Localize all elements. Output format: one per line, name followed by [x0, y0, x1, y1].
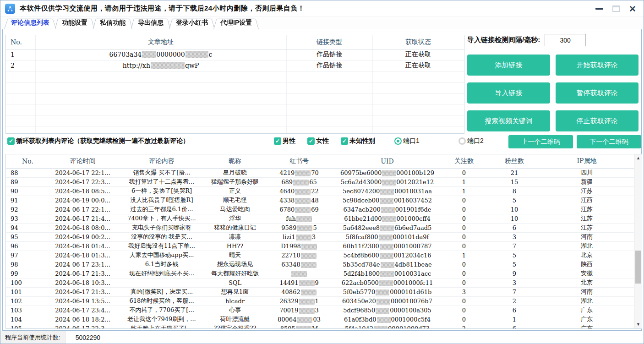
comment-fans-cell: 1: [489, 315, 540, 324]
action-button-暂停获取评论[interactable]: 暂停获取评论: [556, 82, 639, 104]
interval-input[interactable]: [545, 34, 586, 46]
comment-table-row[interactable]: 1032024-06-17 23:4...不内耗了，7706买了[...心事70…: [6, 306, 634, 315]
comment-table-row[interactable]: 892024-06-17 22:3...我打算过了十二点再看...猛端瘸子那条好…: [6, 177, 634, 186]
comment-redbook-id-cell: 678069: [262, 205, 336, 214]
comment-column-header[interactable]: 红书号: [262, 154, 336, 168]
link-no-cell: 2: [6, 60, 35, 71]
censored-mosaic: [295, 198, 311, 204]
censored-mosaic: [380, 253, 393, 259]
comment-column-header[interactable]: 粉丝数: [489, 154, 540, 168]
tab-导出信息[interactable]: 导出信息: [131, 17, 170, 29]
censored-mosaic: [380, 189, 394, 195]
loop-comments-checkbox[interactable]: ✓: [7, 137, 15, 145]
gender-checkbox[interactable]: ✓: [341, 137, 348, 145]
comment-table-row[interactable]: 1042024-06-18 18:2...老让我这个7949刷到，...荷叶漂流…: [6, 315, 634, 324]
comment-ip-cell: 江苏: [540, 186, 634, 196]
qr-button-下一个二维码[interactable]: 下一个二维码: [577, 135, 641, 148]
comment-redbook-id-cell: 144919: [262, 278, 336, 287]
action-button-添加链接[interactable]: 添加链接: [467, 55, 550, 76]
comment-follows-cell: 3: [439, 287, 489, 296]
comment-column-header[interactable]: No.: [6, 154, 49, 168]
minimize-button[interactable]: [595, 8, 603, 10]
comment-redbook-id-cell: lizi13: [262, 232, 336, 241]
comment-uid-cell: 5c4bf8b6000012034c16: [336, 251, 439, 260]
action-button-搜索视频关键词[interactable]: 搜索视频关键词: [467, 110, 550, 131]
link-column-header[interactable]: 获取状态: [372, 35, 464, 49]
tab-评论信息列表[interactable]: 评论信息列表: [4, 17, 56, 29]
comment-table-row[interactable]: 982024-06-17 23:1...6.1当时多钱想永远现场见633485b…: [6, 260, 634, 269]
comment-table-row[interactable]: 972024-06-18 01:3...大家去中国移动app买...晴天2271…: [6, 251, 634, 260]
comment-nick-cell: 星月破晓: [207, 168, 262, 177]
comment-table-row[interactable]: 932024-06-17 21:4...7400拿下，有人手快买...浮华fuh…: [6, 214, 634, 223]
port-radio[interactable]: [394, 137, 402, 145]
vertical-scrollbar[interactable]: ▲ ▼: [634, 154, 642, 328]
comment-column-header[interactable]: 评论时间: [49, 154, 116, 168]
scrollbar-thumb[interactable]: [635, 251, 641, 284]
gender-checkbox[interactable]: ✓: [274, 137, 281, 145]
link-column-header[interactable]: 文章地址: [35, 35, 286, 49]
comment-nick-cell: 心事: [207, 306, 262, 315]
action-button-停止获取评论[interactable]: 停止获取评论: [556, 110, 639, 131]
comment-uid-cell: 5dcf968500000100a305: [336, 306, 439, 315]
gender-option: ✓女性: [307, 137, 329, 145]
comment-column-header[interactable]: IP属地: [540, 154, 634, 168]
comment-redbook-id-cell: 8006403: [262, 315, 336, 324]
comment-column-header[interactable]: 评论内容: [116, 154, 207, 168]
scroll-down-arrow[interactable]: ▼: [634, 321, 642, 328]
link-column-header[interactable]: No.: [6, 35, 35, 49]
comment-table-row[interactable]: 902024-06-18 08:5...6一样，妥协了[笑哭R]正义464022…: [6, 186, 634, 196]
comment-table-row[interactable]: 1052024-06-17 22:3...昨天晚上在天猫买了[...??琪宝会很…: [6, 324, 634, 329]
comment-table-row[interactable]: 922024-06-17 22:1...过去的三年都是6.1价...马达爱吃肉6…: [6, 205, 634, 214]
comment-time-cell: 2024-06-17 22:1...: [49, 168, 116, 177]
comment-table-row[interactable]: 912024-06-19 00:0...没人比我贵了吧[捂脸R]顺毛毛怪4338…: [6, 196, 634, 205]
comment-redbook-id-cell: 700193: [262, 306, 336, 315]
comment-table-row[interactable]: 992024-06-17 21:3...现在好纠结到底买不买...每天都耀好好吃…: [6, 269, 634, 278]
comment-fans-cell: 5: [489, 260, 540, 269]
maximize-button[interactable]: [612, 5, 620, 12]
comment-table-row[interactable]: 942024-06-18 08:0...充电头子你们买哪家呀猪猪的健康日记958…: [6, 223, 634, 232]
comment-follows-cell: 0: [439, 296, 489, 306]
link-status-cell: 正在获取: [372, 49, 464, 60]
comment-content-cell: 我好后悔没有11点下单...: [116, 241, 207, 251]
gender-checkbox[interactable]: ✓: [307, 137, 315, 145]
comment-content-cell: 老让我这个7949刷到，...: [116, 315, 207, 324]
comment-follows-cell: 1: [439, 186, 489, 196]
comment-table-row[interactable]: 952024-06-19 00:2...没事的没事的 我是买...凛凛lizi1…: [6, 232, 634, 241]
comment-uid-cell: 5b35cd784e4db811beae: [336, 260, 439, 269]
action-button-开始获取评论[interactable]: 开始获取评论: [556, 55, 639, 76]
comment-ip-cell: 新疆: [540, 177, 634, 186]
link-table-empty-row: [6, 71, 464, 82]
tab-功能设置[interactable]: 功能设置: [55, 17, 94, 29]
comment-table-row[interactable]: 962024-06-18 01:4...我好后悔没有11点下单...HH??D1…: [6, 241, 634, 251]
action-button-导入链接[interactable]: 导入链接: [467, 82, 550, 104]
comment-fans-cell: 21: [489, 168, 540, 177]
tab-label: 评论信息列表: [11, 19, 49, 26]
close-button[interactable]: ✕: [629, 5, 636, 13]
scroll-up-arrow[interactable]: ▲: [634, 154, 642, 162]
comment-column-header[interactable]: 关注数: [439, 154, 489, 168]
comment-content-cell: 我打算过了十二点再看...: [116, 177, 207, 186]
tab-代理IP设置[interactable]: 代理IP设置: [213, 17, 259, 29]
comment-ip-cell: 河南: [540, 232, 634, 241]
qr-button-上一个二维码[interactable]: 上一个二维码: [508, 135, 573, 148]
comment-table-row[interactable]: 1012024-06-17 21:3...真的[微笑R]，决定买...想再见1面…: [6, 287, 634, 296]
comment-table-row[interactable]: 1022024-06-19 13:5...618的时候买的，客服...hlcad…: [6, 296, 634, 306]
link-table-row[interactable]: 166703a340000000c作品链接正在获取: [6, 49, 464, 60]
tab-私信功能[interactable]: 私信功能: [93, 17, 132, 29]
comment-column-header[interactable]: UID: [336, 154, 439, 168]
comment-content-cell: 昨天晚上在天猫买了[...: [116, 324, 207, 329]
comment-table-row[interactable]: 882024-06-17 22:1...销售火爆 买不了[捂...星月破晓421…: [6, 168, 634, 177]
comment-ip-cell: 湖北: [540, 241, 634, 251]
censored-mosaic: [376, 308, 389, 314]
censored-mosaic: [299, 280, 315, 286]
comment-uid-cell: 61a0f3bd00001000c5f4: [336, 315, 439, 324]
comment-fans-cell: 3: [489, 278, 540, 287]
comment-column-header[interactable]: 昵称: [207, 154, 262, 168]
comment-no-cell: 98: [6, 260, 49, 269]
port-radio[interactable]: [458, 137, 466, 145]
link-column-header[interactable]: 链接类型: [286, 35, 372, 49]
tab-登录小红书[interactable]: 登录小红书: [169, 17, 215, 29]
comment-table-row[interactable]: 1002024-06-18 10:3...SQL144919622acb0500…: [6, 278, 634, 287]
link-table-row[interactable]: 2http://xhqwP作品链接正在获取: [6, 60, 464, 71]
link-table-empty-row: [6, 93, 464, 104]
